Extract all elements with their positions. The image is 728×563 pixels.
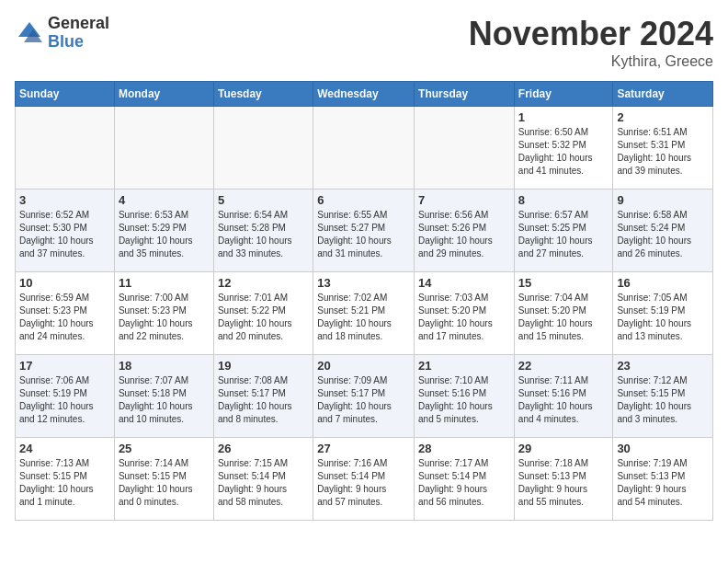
day-number: 15	[518, 276, 609, 290]
day-info: Sunrise: 7:09 AM Sunset: 5:17 PM Dayligh…	[317, 374, 410, 426]
day-number: 16	[617, 276, 709, 290]
calendar-day-cell: 5Sunrise: 6:54 AM Sunset: 5:28 PM Daylig…	[213, 190, 313, 272]
day-number: 28	[418, 442, 510, 455]
calendar-table: SundayMondayTuesdayWednesdayThursdayFrid…	[15, 81, 713, 521]
day-number: 30	[617, 442, 709, 455]
day-number: 6	[317, 193, 410, 207]
calendar-week-row: 24Sunrise: 7:13 AM Sunset: 5:15 PM Dayli…	[16, 438, 713, 521]
calendar-day-cell	[114, 107, 213, 190]
calendar-week-row: 3Sunrise: 6:52 AM Sunset: 5:30 PM Daylig…	[16, 190, 713, 272]
calendar-day-cell: 19Sunrise: 7:08 AM Sunset: 5:17 PM Dayli…	[213, 355, 313, 438]
calendar-day-cell: 11Sunrise: 7:00 AM Sunset: 5:23 PM Dayli…	[114, 272, 213, 355]
day-number: 18	[119, 359, 210, 373]
day-info: Sunrise: 6:57 AM Sunset: 5:25 PM Dayligh…	[518, 209, 609, 260]
day-info: Sunrise: 6:50 AM Sunset: 5:32 PM Dayligh…	[518, 126, 609, 178]
day-info: Sunrise: 7:11 AM Sunset: 5:16 PM Dayligh…	[518, 374, 609, 426]
day-info: Sunrise: 7:06 AM Sunset: 5:19 PM Dayligh…	[19, 374, 110, 426]
day-number: 20	[317, 359, 410, 373]
day-number: 29	[518, 442, 609, 455]
weekday-header: Tuesday	[213, 82, 313, 107]
weekday-header-row: SundayMondayTuesdayWednesdayThursdayFrid…	[16, 82, 713, 107]
calendar-day-cell: 22Sunrise: 7:11 AM Sunset: 5:16 PM Dayli…	[514, 355, 613, 438]
calendar-day-cell: 6Sunrise: 6:55 AM Sunset: 5:27 PM Daylig…	[313, 190, 415, 272]
day-info: Sunrise: 6:58 AM Sunset: 5:24 PM Dayligh…	[617, 209, 709, 260]
calendar-day-cell: 23Sunrise: 7:12 AM Sunset: 5:15 PM Dayli…	[613, 355, 713, 438]
day-info: Sunrise: 7:07 AM Sunset: 5:18 PM Dayligh…	[119, 374, 210, 426]
calendar-day-cell	[313, 107, 415, 190]
calendar-week-row: 17Sunrise: 7:06 AM Sunset: 5:19 PM Dayli…	[16, 355, 713, 438]
calendar-day-cell: 9Sunrise: 6:58 AM Sunset: 5:24 PM Daylig…	[613, 190, 713, 272]
calendar-day-cell: 8Sunrise: 6:57 AM Sunset: 5:25 PM Daylig…	[514, 190, 613, 272]
day-number: 1	[518, 110, 609, 124]
day-number: 14	[418, 276, 510, 290]
calendar-day-cell: 14Sunrise: 7:03 AM Sunset: 5:20 PM Dayli…	[415, 272, 515, 355]
day-number: 10	[19, 276, 110, 290]
svg-marker-0	[18, 22, 40, 37]
logo-general: General	[48, 15, 109, 33]
day-number: 24	[19, 442, 110, 455]
day-info: Sunrise: 7:01 AM Sunset: 5:22 PM Dayligh…	[218, 292, 309, 343]
month-title: November 2024	[469, 15, 713, 53]
weekday-header: Friday	[514, 82, 613, 107]
logo-text: General Blue	[48, 15, 109, 52]
day-number: 5	[218, 193, 309, 207]
calendar-day-cell: 16Sunrise: 7:05 AM Sunset: 5:19 PM Dayli…	[613, 272, 713, 355]
day-info: Sunrise: 7:04 AM Sunset: 5:20 PM Dayligh…	[518, 292, 609, 343]
day-number: 3	[19, 193, 110, 207]
calendar-day-cell: 10Sunrise: 6:59 AM Sunset: 5:23 PM Dayli…	[16, 272, 115, 355]
day-number: 2	[617, 110, 709, 124]
calendar-day-cell: 3Sunrise: 6:52 AM Sunset: 5:30 PM Daylig…	[16, 190, 115, 272]
day-number: 11	[119, 276, 210, 290]
day-info: Sunrise: 7:08 AM Sunset: 5:17 PM Dayligh…	[218, 374, 309, 426]
day-number: 4	[119, 193, 210, 207]
calendar-day-cell: 1Sunrise: 6:50 AM Sunset: 5:32 PM Daylig…	[514, 107, 613, 190]
day-info: Sunrise: 7:17 AM Sunset: 5:14 PM Dayligh…	[418, 457, 510, 509]
calendar-day-cell	[213, 107, 313, 190]
weekday-header: Monday	[114, 82, 213, 107]
title-block: November 2024 Kythira, Greece	[469, 15, 713, 70]
day-number: 21	[418, 359, 510, 373]
calendar-day-cell: 7Sunrise: 6:56 AM Sunset: 5:26 PM Daylig…	[415, 190, 515, 272]
logo: General Blue	[15, 15, 109, 52]
day-info: Sunrise: 7:05 AM Sunset: 5:19 PM Dayligh…	[617, 292, 709, 343]
calendar-day-cell: 2Sunrise: 6:51 AM Sunset: 5:31 PM Daylig…	[613, 107, 713, 190]
day-info: Sunrise: 7:15 AM Sunset: 5:14 PM Dayligh…	[218, 457, 309, 509]
day-info: Sunrise: 6:55 AM Sunset: 5:27 PM Dayligh…	[317, 209, 410, 260]
logo-icon	[15, 18, 44, 48]
logo-blue: Blue	[48, 33, 109, 52]
day-info: Sunrise: 7:03 AM Sunset: 5:20 PM Dayligh…	[418, 292, 510, 343]
calendar-day-cell: 20Sunrise: 7:09 AM Sunset: 5:17 PM Dayli…	[313, 355, 415, 438]
calendar-day-cell: 4Sunrise: 6:53 AM Sunset: 5:29 PM Daylig…	[114, 190, 213, 272]
weekday-header: Wednesday	[313, 82, 415, 107]
calendar-week-row: 1Sunrise: 6:50 AM Sunset: 5:32 PM Daylig…	[16, 107, 713, 190]
calendar-day-cell: 25Sunrise: 7:14 AM Sunset: 5:15 PM Dayli…	[114, 438, 213, 521]
day-number: 12	[218, 276, 309, 290]
weekday-header: Sunday	[16, 82, 115, 107]
calendar-day-cell: 28Sunrise: 7:17 AM Sunset: 5:14 PM Dayli…	[415, 438, 515, 521]
calendar-day-cell: 30Sunrise: 7:19 AM Sunset: 5:13 PM Dayli…	[613, 438, 713, 521]
day-number: 25	[119, 442, 210, 455]
calendar-day-cell: 27Sunrise: 7:16 AM Sunset: 5:14 PM Dayli…	[313, 438, 415, 521]
day-number: 26	[218, 442, 309, 455]
day-number: 8	[518, 193, 609, 207]
day-number: 9	[617, 193, 709, 207]
day-number: 23	[617, 359, 709, 373]
day-info: Sunrise: 7:13 AM Sunset: 5:15 PM Dayligh…	[19, 457, 110, 509]
calendar-week-row: 10Sunrise: 6:59 AM Sunset: 5:23 PM Dayli…	[16, 272, 713, 355]
day-info: Sunrise: 7:12 AM Sunset: 5:15 PM Dayligh…	[617, 374, 709, 426]
day-info: Sunrise: 7:16 AM Sunset: 5:14 PM Dayligh…	[317, 457, 410, 509]
calendar-day-cell: 29Sunrise: 7:18 AM Sunset: 5:13 PM Dayli…	[514, 438, 613, 521]
calendar-day-cell: 24Sunrise: 7:13 AM Sunset: 5:15 PM Dayli…	[16, 438, 115, 521]
calendar-day-cell: 26Sunrise: 7:15 AM Sunset: 5:14 PM Dayli…	[213, 438, 313, 521]
calendar-day-cell: 15Sunrise: 7:04 AM Sunset: 5:20 PM Dayli…	[514, 272, 613, 355]
location: Kythira, Greece	[469, 53, 713, 70]
calendar-day-cell: 18Sunrise: 7:07 AM Sunset: 5:18 PM Dayli…	[114, 355, 213, 438]
day-info: Sunrise: 7:19 AM Sunset: 5:13 PM Dayligh…	[617, 457, 709, 509]
day-info: Sunrise: 7:02 AM Sunset: 5:21 PM Dayligh…	[317, 292, 410, 343]
weekday-header: Thursday	[415, 82, 515, 107]
day-info: Sunrise: 7:18 AM Sunset: 5:13 PM Dayligh…	[518, 457, 609, 509]
day-info: Sunrise: 6:51 AM Sunset: 5:31 PM Dayligh…	[617, 126, 709, 178]
day-number: 17	[19, 359, 110, 373]
day-number: 22	[518, 359, 609, 373]
day-info: Sunrise: 7:00 AM Sunset: 5:23 PM Dayligh…	[119, 292, 210, 343]
